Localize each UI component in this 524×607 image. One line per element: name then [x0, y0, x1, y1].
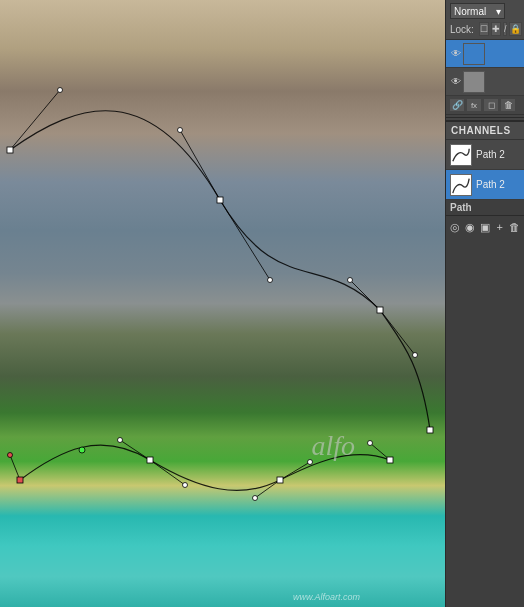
- watermark-text: www.Alfoart.com: [293, 592, 360, 602]
- channels-header: CHANNELS: [446, 122, 524, 140]
- path-thumb-1: [450, 144, 472, 166]
- svg-point-24: [8, 453, 13, 458]
- trash-icon[interactable]: 🗑: [500, 98, 516, 112]
- lock-label: Lock:: [450, 24, 474, 35]
- svg-line-8: [255, 480, 280, 498]
- link-icon[interactable]: 🔗: [449, 98, 465, 112]
- eye-icon-1[interactable]: 👁: [449, 47, 463, 61]
- svg-point-20: [178, 128, 183, 133]
- svg-rect-15: [17, 477, 23, 483]
- svg-rect-16: [147, 457, 153, 463]
- lock-transparent-btn[interactable]: ☐: [479, 22, 489, 36]
- svg-line-10: [370, 443, 390, 460]
- blend-mode-label: Normal: [454, 6, 486, 17]
- layer-thumb-2: [463, 71, 485, 93]
- canvas-area[interactable]: alfo www.Alfoart.com: [0, 0, 445, 607]
- right-panel: Normal ▾ Lock: ☐ ✚ / 🔒 👁 👁 🔗 fx ◻ 🗑 CHAN…: [445, 0, 524, 607]
- blend-mode-row: Normal ▾: [450, 3, 520, 19]
- path-add-icon[interactable]: +: [492, 219, 507, 235]
- svg-rect-17: [277, 477, 283, 483]
- svg-point-29: [368, 441, 373, 446]
- path-row-1[interactable]: Path 2: [446, 140, 524, 170]
- layer-row-1[interactable]: 👁: [446, 40, 524, 68]
- svg-rect-12: [217, 197, 223, 203]
- fx-icon[interactable]: fx: [466, 98, 482, 112]
- layer-row-2[interactable]: 👁: [446, 68, 524, 96]
- layers-top: Normal ▾ Lock: ☐ ✚ / 🔒: [446, 0, 524, 40]
- lock-row: Lock: ☐ ✚ / 🔒: [450, 22, 520, 36]
- path-selection-icon[interactable]: ▣: [478, 219, 493, 235]
- fx-row: 🔗 fx ◻ 🗑: [446, 96, 524, 115]
- svg-line-3: [350, 280, 380, 310]
- blend-mode-chevron: ▾: [496, 6, 501, 17]
- divider-1: [446, 117, 524, 118]
- lock-all-btn[interactable]: 🔒: [509, 22, 522, 36]
- alfo-text: alfo: [311, 430, 355, 462]
- svg-line-1: [180, 130, 220, 200]
- svg-line-2: [220, 200, 270, 280]
- path-section-label: Path: [446, 200, 524, 215]
- path-label-1: Path 2: [476, 149, 520, 160]
- path-delete-icon[interactable]: 🗑: [507, 219, 522, 235]
- svg-rect-14: [427, 427, 433, 433]
- path-thumb-2: [450, 174, 472, 196]
- svg-line-0: [10, 90, 60, 150]
- svg-point-30: [79, 447, 85, 453]
- path-label-2: Path 2: [476, 179, 520, 190]
- svg-rect-11: [7, 147, 13, 153]
- svg-point-25: [118, 438, 123, 443]
- lock-image-btn[interactable]: ✚: [491, 22, 501, 36]
- svg-point-21: [268, 278, 273, 283]
- mask-icon[interactable]: ◻: [483, 98, 499, 112]
- svg-point-23: [413, 353, 418, 358]
- svg-line-6: [120, 440, 150, 460]
- svg-rect-18: [387, 457, 393, 463]
- svg-rect-13: [377, 307, 383, 313]
- svg-line-4: [380, 310, 415, 355]
- channels-section: CHANNELS Path 2 Path 2 Path ◎ ◉: [446, 120, 524, 607]
- path-stroke-icon[interactable]: ◉: [463, 219, 478, 235]
- path-row-2[interactable]: Path 2: [446, 170, 524, 200]
- blend-mode-dropdown[interactable]: Normal ▾: [450, 3, 505, 19]
- svg-line-7: [150, 460, 185, 485]
- path-footer: ◎ ◉ ▣ + 🗑: [446, 215, 524, 238]
- svg-point-26: [183, 483, 188, 488]
- svg-line-5: [10, 455, 20, 480]
- svg-point-19: [58, 88, 63, 93]
- path-fill-icon[interactable]: ◎: [448, 219, 463, 235]
- canvas-image: [0, 0, 445, 607]
- layer-thumb-1: [463, 43, 485, 65]
- svg-line-9: [280, 462, 310, 480]
- lock-position-btn[interactable]: /: [503, 22, 508, 36]
- svg-point-27: [253, 496, 258, 501]
- svg-point-22: [348, 278, 353, 283]
- path-overlay: [0, 0, 445, 607]
- eye-icon-2[interactable]: 👁: [449, 75, 463, 89]
